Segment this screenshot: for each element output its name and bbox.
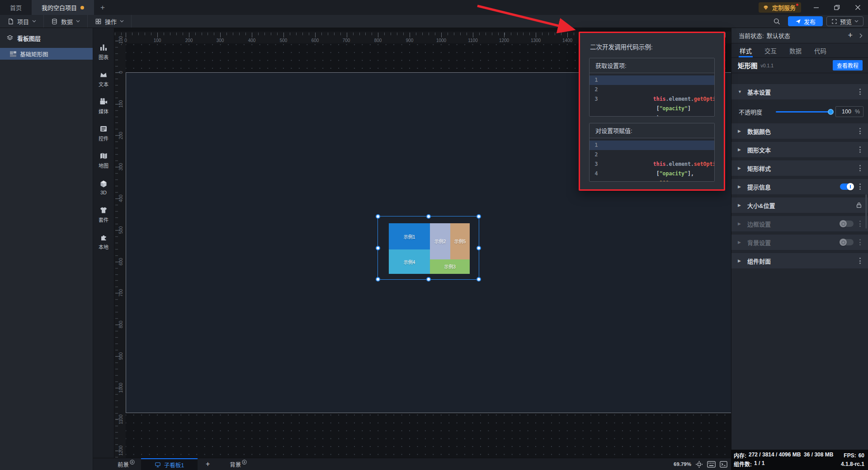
circle-plus-icon[interactable] [242, 460, 247, 465]
inspector-section[interactable]: ▶ 矩形样式 [731, 160, 868, 176]
menu-project[interactable]: 项目 [0, 15, 44, 28]
inspector-section[interactable]: ▶ 大小&位置 [731, 197, 868, 213]
treemap-component[interactable]: 示例1 示例2 示例5 示例4 示例3 [389, 223, 470, 274]
dock-item-local[interactable]: 本地 [94, 231, 113, 251]
opacity-value-box[interactable]: 100 % [835, 106, 863, 117]
new-tab-button[interactable]: + [94, 0, 111, 15]
menu-data[interactable]: 数据 [44, 15, 88, 28]
add-state-button[interactable]: + [844, 31, 856, 40]
subboard-tab[interactable]: 子看板1 [141, 458, 198, 470]
resize-handle[interactable] [376, 277, 380, 282]
treemap-cell[interactable]: 示例3 [430, 259, 470, 274]
close-icon [855, 5, 861, 10]
tab-data[interactable]: 数据 [789, 43, 802, 57]
dock-item-widget[interactable]: 控件 [94, 123, 113, 143]
dock-item-map[interactable]: 地图 [94, 150, 113, 170]
close-button[interactable] [847, 0, 868, 15]
dock-item-3d-label: 3D [100, 190, 107, 195]
inspector-section[interactable]: ▶ 边框设置 [731, 216, 868, 231]
inspector-panel: 当前状态: 默认状态 + 样式 交互 数据 代码 矩形图 v0.1.1 查看教程… [731, 28, 868, 450]
treemap-cell[interactable]: 示例2 [430, 223, 450, 259]
scrollbar-thumb[interactable] [865, 194, 867, 229]
resize-handle[interactable] [426, 277, 431, 282]
component-dock: 图表 文本 媒体 控件 地图 [93, 28, 114, 458]
slider-knob[interactable] [828, 109, 834, 115]
chevron-right-icon[interactable] [859, 33, 863, 38]
inspector-sections: ▼ 基本设置 不透明度 100 % ▶ 数据颜色 [731, 73, 868, 268]
ruler-label: 0 [118, 71, 123, 74]
inspector-section[interactable]: ▶ 背景设置 [731, 235, 868, 250]
resize-handle[interactable] [476, 277, 481, 282]
inspector-section[interactable]: ▶ 数据颜色 [731, 123, 868, 139]
kebab-menu-icon[interactable] [858, 127, 863, 136]
fit-screen-icon[interactable] [695, 461, 703, 468]
tutorial-button[interactable]: 查看教程 [833, 60, 863, 70]
keyboard-icon[interactable] [707, 461, 716, 468]
code-text: this.element.setOption( [603, 141, 715, 150]
resize-handle[interactable] [426, 214, 431, 219]
resize-handle[interactable] [376, 214, 380, 219]
kebab-menu-icon[interactable] [858, 87, 863, 96]
menu-operations[interactable]: 操作 [88, 15, 132, 28]
inspector-section[interactable]: ▶ 组件封面 [731, 253, 868, 268]
dock-item-3d[interactable]: 3D [94, 177, 113, 197]
tab-interaction[interactable]: 交互 [764, 43, 777, 57]
code-text: ); [603, 94, 663, 104]
dock-item-media[interactable]: 媒体 [94, 96, 113, 116]
kebab-menu-icon[interactable] [858, 238, 863, 247]
treemap-cell[interactable]: 示例5 [450, 223, 470, 259]
resize-handle[interactable] [476, 246, 481, 250]
preview-button[interactable]: 预览 [826, 16, 863, 26]
circle-plus-icon[interactable] [130, 460, 135, 465]
treemap-cell[interactable]: 示例4 [389, 249, 430, 274]
code-token: element [669, 96, 690, 102]
section-toggle-on[interactable] [840, 183, 854, 190]
text-icon [99, 70, 108, 79]
layer-panel-header: 看板图层 [0, 28, 93, 48]
minimize-button[interactable] [806, 0, 826, 15]
zoom-level[interactable]: 69.79% [674, 461, 691, 467]
ruler-label: 1100 [468, 38, 478, 43]
section-arrow-icon: ▶ [738, 221, 743, 226]
component-selection[interactable]: 示例1 示例2 示例5 示例4 示例3 [377, 216, 479, 280]
publish-button[interactable]: 发布 [788, 16, 823, 26]
kebab-menu-icon[interactable] [858, 182, 863, 191]
widget-icon [99, 124, 108, 133]
resize-handle[interactable] [376, 246, 380, 250]
inspector-section[interactable]: ▶ 图形文本 [731, 142, 868, 157]
dock-item-kit[interactable]: 套件 [94, 204, 113, 224]
chevron-down-icon [120, 20, 124, 23]
code-token: setOption [694, 161, 715, 167]
restore-button[interactable] [826, 0, 847, 15]
section-toggle-off[interactable] [840, 239, 854, 245]
lock-icon[interactable] [855, 202, 863, 209]
resize-handle[interactable] [476, 214, 481, 219]
inspector-section[interactable]: ▶ 提示信息 [731, 179, 868, 194]
tab-code[interactable]: 代码 [814, 43, 826, 57]
dock-item-chart[interactable]: 图表 [94, 42, 113, 61]
background-label[interactable]: 背景 [227, 458, 250, 470]
foreground-label[interactable]: 前景 [115, 458, 137, 470]
dock-item-text[interactable]: 文本 [94, 69, 113, 89]
layer-item-treemap[interactable]: 基础矩形图 [0, 48, 93, 60]
kebab-menu-icon[interactable] [858, 256, 863, 265]
search-button[interactable] [768, 15, 786, 28]
code-box: 获取设置项: 1 this.element.getOption( 2 [589, 58, 715, 117]
opacity-slider[interactable] [776, 111, 831, 113]
add-subboard-button[interactable]: + [198, 458, 218, 470]
kebab-menu-icon[interactable] [858, 164, 863, 173]
code-text: 100 [603, 160, 669, 169]
tab-style[interactable]: 样式 [740, 43, 752, 57]
section-basic-settings[interactable]: ▼ 基本设置 [731, 84, 868, 99]
console-icon[interactable] [720, 461, 727, 468]
section-toggle-off[interactable] [840, 221, 854, 227]
line-number: 3 [590, 94, 603, 104]
treemap-cell[interactable]: 示例1 [389, 223, 430, 249]
tab-project[interactable]: 我的空白项目 [32, 0, 94, 15]
code-line: 4 ); [590, 169, 714, 179]
kebab-menu-icon[interactable] [858, 219, 863, 228]
custom-service-badge[interactable]: 定制服务 [759, 2, 801, 13]
tab-home[interactable]: 首页 [0, 0, 32, 15]
kebab-menu-icon[interactable] [858, 145, 863, 154]
ruler-label: 100 [154, 38, 161, 43]
